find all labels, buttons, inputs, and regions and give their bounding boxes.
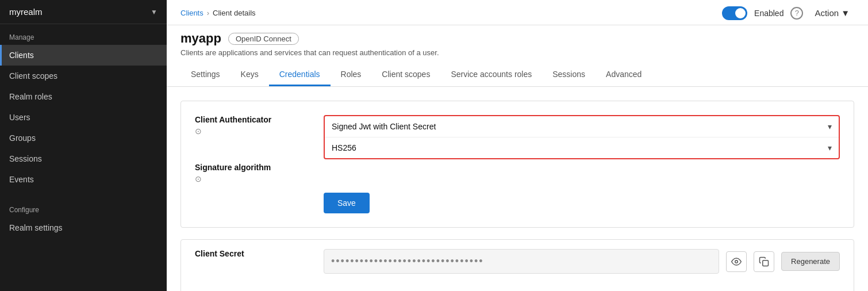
sidebar-item-realm-settings-label: Realm settings [9,223,63,232]
realm-name: myrealm [9,7,43,17]
client-authenticator-select[interactable]: Client Id and Secret Signed Jwt with Cli… [325,116,839,137]
tab-keys[interactable]: Keys [231,64,269,86]
client-secret-value: •••••••••••••••••••••••••••••••• [324,249,719,274]
action-button[interactable]: Action ▼ [810,6,854,20]
sidebar: myrealm ▼ Manage Clients Client scopes R… [0,0,167,291]
client-authenticator-help-icon[interactable]: ⊙ [195,127,310,136]
client-authenticator-control-col: Client Id and Secret Signed Jwt with Cli… [324,115,840,159]
client-authenticator-select-row: Client Id and Secret Signed Jwt with Cli… [325,116,839,137]
sidebar-item-events-label: Events [9,175,34,184]
help-icon[interactable]: ? [790,7,803,20]
sidebar-item-events[interactable]: Events [0,169,167,190]
client-authenticator-label-col: Client Authenticator ⊙ [195,115,310,136]
client-secret-row: Client Secret ••••••••••••••••••••••••••… [195,249,840,274]
main-content: Clients › Client details Enabled ? Actio… [167,0,868,291]
tab-client-scopes[interactable]: Client scopes [371,64,440,86]
tab-sessions[interactable]: Sessions [542,64,596,86]
tab-roles[interactable]: Roles [331,64,372,86]
credentials-form-card: Client Authenticator ⊙ Client Id and Sec… [180,101,854,228]
client-secret-field-row: •••••••••••••••••••••••••••••••• Regener… [324,249,840,274]
app-description: Clients are applications and services th… [167,48,868,64]
tab-service-accounts-roles[interactable]: Service accounts roles [440,64,542,86]
enabled-label: Enabled [754,9,783,18]
breadcrumb: Clients › Client details [180,9,256,22]
sidebar-section-configure: Configure [0,197,167,217]
breadcrumb-clients-link[interactable]: Clients [180,9,203,17]
breadcrumb-separator: › [207,9,209,17]
app-title-row: myapp OpenID Connect [167,25,868,48]
sidebar-item-realm-roles[interactable]: Realm roles [0,86,167,107]
show-secret-icon[interactable] [726,251,747,272]
client-secret-card: Client Secret ••••••••••••••••••••••••••… [180,239,854,291]
sidebar-item-realm-roles-label: Realm roles [9,92,52,101]
topbar: Clients › Client details Enabled ? Actio… [167,0,868,25]
regenerate-button[interactable]: Regenerate [781,252,840,271]
sidebar-item-clients-label: Clients [9,51,34,60]
signature-algorithm-select[interactable]: HS256 RS256 ES256 PS256 [325,137,839,158]
tab-credentials[interactable]: Credentials [269,64,331,86]
copy-secret-icon[interactable] [754,251,774,272]
save-button-row: Save [195,193,840,213]
client-authenticator-row: Client Authenticator ⊙ Client Id and Sec… [195,115,840,159]
enabled-toggle[interactable] [722,6,747,20]
sidebar-item-users[interactable]: Users [0,107,167,128]
signature-algorithm-label-col: Signature algorithm ⊙ [195,162,310,183]
client-secret-label-col: Client Secret [195,249,310,258]
sidebar-item-client-scopes[interactable]: Client scopes [0,66,167,86]
svg-rect-1 [763,260,769,266]
client-secret-control-col: •••••••••••••••••••••••••••••••• Regener… [324,249,840,274]
topbar-right: Enabled ? Action ▼ [722,6,854,25]
sidebar-item-groups-label: Groups [9,133,36,143]
client-authenticator-label: Client Authenticator [195,115,310,124]
sidebar-item-clients[interactable]: Clients [0,45,167,66]
realm-dropdown-icon[interactable]: ▼ [151,8,158,16]
sidebar-header[interactable]: myrealm ▼ [0,0,167,24]
sidebar-item-groups[interactable]: Groups [0,128,167,148]
tab-advanced[interactable]: Advanced [596,64,652,86]
sidebar-item-sessions-label: Sessions [9,154,42,163]
sidebar-item-realm-settings[interactable]: Realm settings [0,217,167,238]
sidebar-item-users-label: Users [9,113,30,122]
action-dropdown-icon: ▼ [841,8,850,18]
signature-algorithm-label: Signature algorithm [195,163,310,172]
breadcrumb-current: Client details [213,9,255,17]
tabs: Settings Keys Credentials Roles Client s… [167,64,868,87]
sidebar-item-sessions[interactable]: Sessions [0,148,167,169]
action-label: Action [815,8,839,18]
svg-point-0 [735,260,738,263]
content-area: Client Authenticator ⊙ Client Id and Sec… [167,87,868,291]
app-name: myapp [180,31,221,46]
save-button[interactable]: Save [324,193,370,213]
sidebar-section-manage: Manage [0,24,167,45]
signature-algorithm-help-icon[interactable]: ⊙ [195,174,310,183]
tab-settings[interactable]: Settings [180,64,231,86]
sidebar-item-client-scopes-label: Client scopes [9,71,57,81]
signature-algorithm-label-row: Signature algorithm ⊙ [195,162,840,183]
openid-connect-badge: OpenID Connect [228,33,299,45]
highlighted-selects-box: Client Id and Secret Signed Jwt with Cli… [324,115,840,159]
client-secret-label: Client Secret [195,249,310,258]
signature-algorithm-select-row: HS256 RS256 ES256 PS256 ▾ [325,137,839,158]
